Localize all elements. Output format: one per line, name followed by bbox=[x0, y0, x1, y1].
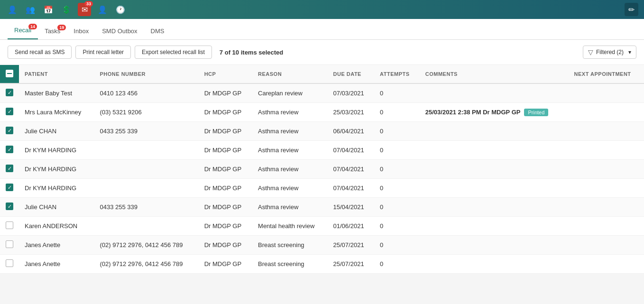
row-checkbox[interactable] bbox=[0, 141, 19, 160]
cell-due-date: 15/04/2021 bbox=[328, 198, 375, 217]
table-row: Julie CHAN0433 255 339Dr MDGP GPAsthma r… bbox=[0, 198, 644, 217]
cell-patient: Karen ANDERSON bbox=[19, 217, 94, 236]
cell-next-appt bbox=[569, 83, 644, 103]
cell-phone bbox=[94, 160, 198, 179]
cell-due-date: 07/04/2021 bbox=[328, 179, 375, 198]
top-nav: 👤 👥 📅 💲 ✉ 33 👤 🕐 ✏ bbox=[0, 0, 644, 19]
cell-phone bbox=[94, 179, 198, 198]
toolbar: Send recall as SMS Print recall letter E… bbox=[0, 40, 644, 65]
cell-reason: Careplan review bbox=[252, 83, 328, 103]
cell-patient: Dr KYM HARDING bbox=[19, 179, 94, 198]
row-checkbox[interactable] bbox=[0, 255, 19, 274]
cell-reason: Breast screening bbox=[252, 236, 328, 255]
cell-phone: 0410 123 456 bbox=[94, 83, 198, 103]
cell-comments: 25/03/2021 2:38 PM Dr MDGP GPPrinted bbox=[420, 103, 569, 122]
table-row: Janes Anette(02) 9712 2976, 0412 456 789… bbox=[0, 255, 644, 274]
col-attempts: ATTEMPTS bbox=[374, 65, 420, 83]
cell-attempts: 0 bbox=[374, 179, 420, 198]
table-row: Master Baby Test0410 123 456Dr MDGP GPCa… bbox=[0, 83, 644, 103]
tab-smd-outbox[interactable]: SMD Outbox bbox=[95, 23, 144, 39]
cell-attempts: 0 bbox=[374, 103, 420, 122]
cell-due-date: 07/04/2021 bbox=[328, 141, 375, 160]
cell-reason: Asthma review bbox=[252, 198, 328, 217]
row-checkbox[interactable] bbox=[0, 179, 19, 198]
cell-phone: 0433 255 339 bbox=[94, 122, 198, 141]
select-all-checkbox[interactable] bbox=[0, 65, 19, 83]
cell-due-date: 25/07/2021 bbox=[328, 255, 375, 274]
tasks-badge: 19 bbox=[57, 25, 66, 30]
row-checkbox[interactable] bbox=[0, 160, 19, 179]
row-checkbox[interactable] bbox=[0, 198, 19, 217]
cell-attempts: 0 bbox=[374, 236, 420, 255]
cell-comments bbox=[420, 83, 569, 103]
cell-attempts: 0 bbox=[374, 141, 420, 160]
table-row: Dr KYM HARDINGDr MDGP GPAsthma review07/… bbox=[0, 141, 644, 160]
row-checkbox[interactable] bbox=[0, 236, 19, 255]
table-row: Julie CHAN0433 255 339Dr MDGP GPAsthma r… bbox=[0, 122, 644, 141]
tab-inbox[interactable]: Inbox bbox=[67, 23, 95, 39]
col-hcp: HCP bbox=[199, 65, 252, 83]
cell-patient: Julie CHAN bbox=[19, 198, 94, 217]
col-phone: PHONE NUMBER bbox=[94, 65, 198, 83]
cell-reason: Asthma review bbox=[252, 160, 328, 179]
calendar-icon[interactable]: 📅 bbox=[42, 3, 55, 16]
tab-tasks[interactable]: Tasks19 bbox=[38, 23, 67, 39]
col-comments: COMMENTS bbox=[420, 65, 569, 83]
cell-attempts: 0 bbox=[374, 255, 420, 274]
cell-patient: Julie CHAN bbox=[19, 122, 94, 141]
row-checkbox[interactable] bbox=[0, 122, 19, 141]
cell-phone: (02) 9712 2976, 0412 456 789 bbox=[94, 236, 198, 255]
table-row: Dr KYM HARDINGDr MDGP GPAsthma review07/… bbox=[0, 160, 644, 179]
cell-hcp: Dr MDGP GP bbox=[199, 236, 252, 255]
recall-badge: 14 bbox=[28, 24, 37, 29]
filter-button[interactable]: ▽ Filtered (2) ▾ bbox=[583, 46, 636, 59]
cell-comments bbox=[420, 122, 569, 141]
cell-comments bbox=[420, 217, 569, 236]
contacts-icon[interactable]: 👤 bbox=[96, 3, 109, 16]
cell-due-date: 07/04/2021 bbox=[328, 160, 375, 179]
cell-hcp: Dr MDGP GP bbox=[199, 160, 252, 179]
cell-next-appt bbox=[569, 217, 644, 236]
tab-recall[interactable]: Recall14 bbox=[8, 22, 38, 39]
recall-table: PATIENT PHONE NUMBER HCP REASON DUE DATE… bbox=[0, 65, 644, 274]
tab-bar: Recall14 Tasks19 Inbox SMD Outbox DMS bbox=[0, 19, 644, 40]
row-checkbox[interactable] bbox=[0, 83, 19, 103]
tab-dms[interactable]: DMS bbox=[144, 23, 171, 39]
cell-comments bbox=[420, 179, 569, 198]
table-row: Janes Anette(02) 9712 2976, 0412 456 789… bbox=[0, 236, 644, 255]
send-sms-button[interactable]: Send recall as SMS bbox=[8, 46, 72, 59]
export-button[interactable]: Export selected recall list bbox=[135, 46, 212, 59]
pencil-icon[interactable]: ✏ bbox=[628, 5, 635, 14]
cell-patient: Mrs Laura McKinney bbox=[19, 103, 94, 122]
col-next-appt: NEXT APPOINTMENT bbox=[569, 65, 644, 83]
cell-hcp: Dr MDGP GP bbox=[199, 255, 252, 274]
row-checkbox[interactable] bbox=[0, 103, 19, 122]
mail-icon[interactable]: ✉ 33 bbox=[78, 3, 91, 16]
filter-dropdown-icon: ▾ bbox=[628, 49, 631, 55]
cell-next-appt bbox=[569, 160, 644, 179]
people-icon[interactable]: 👥 bbox=[24, 3, 37, 16]
cell-hcp: Dr MDGP GP bbox=[199, 103, 252, 122]
clock-icon[interactable]: 🕐 bbox=[114, 3, 127, 16]
col-due-date: DUE DATE bbox=[328, 65, 375, 83]
cell-hcp: Dr MDGP GP bbox=[199, 198, 252, 217]
cell-comments bbox=[420, 236, 569, 255]
cell-reason: Breast screening bbox=[252, 255, 328, 274]
row-checkbox[interactable] bbox=[0, 217, 19, 236]
cell-comments bbox=[420, 198, 569, 217]
cell-next-appt bbox=[569, 122, 644, 141]
cell-reason: Asthma review bbox=[252, 179, 328, 198]
cell-comments bbox=[420, 255, 569, 274]
billing-icon[interactable]: 💲 bbox=[60, 3, 73, 16]
filter-icon: ▽ bbox=[588, 48, 593, 56]
cell-hcp: Dr MDGP GP bbox=[199, 83, 252, 103]
cell-next-appt bbox=[569, 255, 644, 274]
cell-due-date: 07/03/2021 bbox=[328, 83, 375, 103]
cell-comments bbox=[420, 160, 569, 179]
col-reason: REASON bbox=[252, 65, 328, 83]
cell-due-date: 25/07/2021 bbox=[328, 236, 375, 255]
person-icon[interactable]: 👤 bbox=[6, 3, 19, 16]
print-letter-button[interactable]: Print recall letter bbox=[75, 46, 131, 59]
cell-attempts: 0 bbox=[374, 122, 420, 141]
cell-next-appt bbox=[569, 141, 644, 160]
